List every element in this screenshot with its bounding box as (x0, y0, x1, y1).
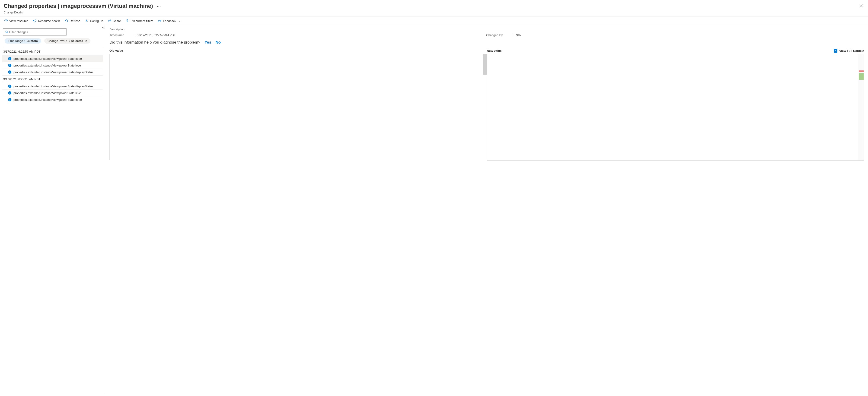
toolbar-label: Configure (90, 19, 103, 23)
toolbar-label: Resource health (38, 19, 60, 23)
toolbar-label: Share (113, 19, 121, 23)
full-context-label: View Full Context (839, 49, 864, 53)
title-more-icon[interactable]: ··· (157, 4, 161, 9)
change-path: properties.extended.instanceView.powerSt… (13, 64, 82, 67)
change-row[interactable]: properties.extended.instanceView.powerSt… (2, 83, 103, 90)
left-panel: << Time range : Custom Change level : 2 … (0, 25, 104, 395)
svg-point-1 (86, 21, 87, 21)
svg-point-21 (9, 99, 10, 99)
search-icon (5, 30, 8, 34)
toolbar-label: Feedback (163, 19, 176, 23)
change-row[interactable]: properties.extended.instanceView.powerSt… (2, 62, 103, 69)
change-path: properties.extended.instanceView.powerSt… (13, 70, 93, 74)
svg-point-18 (9, 92, 10, 93)
diagnose-question: Did this information help you diagnose t… (110, 40, 200, 45)
full-context-checkbox[interactable]: ✓ (834, 49, 837, 53)
timestamp-group-header: 3/17/2021, 6:22:25 AM PDT (2, 75, 103, 83)
svg-rect-5 (9, 58, 10, 60)
share-icon (108, 19, 112, 23)
new-value-heading: New value (487, 49, 502, 53)
svg-point-9 (9, 64, 10, 65)
clear-pill-icon[interactable]: ✕ (85, 39, 87, 42)
time-range-pill[interactable]: Time range : Custom (5, 38, 41, 43)
collapse-panel-button[interactable]: << (102, 26, 103, 29)
old-value-heading: Old value (110, 49, 487, 53)
svg-rect-17 (9, 93, 10, 94)
view-resource-button[interactable]: View resource (2, 18, 30, 24)
diagnose-no-button[interactable]: No (216, 40, 221, 45)
svg-rect-20 (9, 99, 10, 101)
change-path: properties.extended.instanceView.powerSt… (13, 91, 82, 95)
filter-input[interactable] (8, 30, 65, 34)
toolbar-label: Refresh (70, 19, 81, 23)
description-label: Description (110, 28, 133, 31)
change-path: properties.extended.instanceView.powerSt… (13, 57, 82, 61)
timestamp-group-header: 3/17/2021, 6:22:57 AM PDT (2, 48, 103, 55)
svg-point-12 (9, 71, 10, 72)
eye-icon (4, 19, 8, 23)
gear-icon (85, 19, 89, 23)
changed-by-label: Changed By (486, 33, 512, 37)
share-button[interactable]: Share (106, 18, 123, 24)
timestamp-label: Timestamp (110, 33, 133, 37)
diagnose-yes-button[interactable]: Yes (205, 40, 211, 45)
timestamp-value: 03/17/2021, 6:22:57 AM PDT (137, 33, 485, 37)
pin-filters-button[interactable]: Pin current filters (124, 18, 155, 24)
toolbar: View resource Resource health Refresh Co… (0, 16, 868, 25)
change-row[interactable]: properties.extended.instanceView.powerSt… (2, 69, 103, 75)
page-subtitle: Change Details (0, 11, 868, 16)
svg-point-3 (6, 31, 7, 33)
page-title: Changed properties | imageprocessvm (Vir… (4, 3, 153, 9)
minimap[interactable] (858, 54, 864, 160)
heartbeat-icon (33, 19, 37, 23)
svg-point-6 (9, 58, 10, 58)
svg-point-15 (9, 85, 10, 86)
feedback-icon (158, 19, 162, 23)
change-path: properties.extended.instanceView.powerSt… (13, 85, 93, 88)
svg-rect-14 (9, 86, 10, 87)
refresh-button[interactable]: Refresh (63, 18, 82, 24)
toolbar-label: View resource (9, 19, 28, 23)
filter-search[interactable] (3, 29, 67, 35)
scrollbar[interactable] (484, 54, 487, 75)
chevron-down-icon: ⌄ (179, 20, 181, 23)
change-path: properties.extended.instanceView.powerSt… (13, 98, 82, 101)
feedback-button[interactable]: Feedback ⌄ (156, 18, 182, 24)
configure-button[interactable]: Configure (83, 18, 105, 24)
toolbar-label: Pin current filters (130, 19, 153, 23)
change-row[interactable]: properties.extended.instanceView.powerSt… (2, 90, 103, 96)
close-button[interactable] (858, 2, 864, 10)
svg-rect-8 (9, 65, 10, 66)
new-value-pane (487, 54, 864, 161)
pill-value: 2 selected (69, 39, 83, 43)
refresh-icon (65, 19, 68, 23)
change-row[interactable]: properties.extended.instanceView.powerSt… (2, 96, 103, 103)
change-level-pill[interactable]: Change level : 2 selected ✕ (44, 38, 90, 43)
svg-point-2 (159, 20, 159, 21)
pin-icon (125, 19, 129, 23)
resource-health-button[interactable]: Resource health (31, 18, 62, 24)
pill-label: Change level : (48, 39, 67, 43)
svg-point-0 (6, 21, 6, 21)
pill-label: Time range : (8, 39, 25, 43)
changed-by-value: N/A (516, 33, 864, 37)
change-row[interactable]: properties.extended.instanceView.powerSt… (2, 55, 103, 62)
old-value-pane (110, 54, 487, 160)
pill-value: Custom (27, 39, 38, 43)
svg-rect-11 (9, 72, 10, 73)
right-panel: Description : Timestamp : 03/17/2021, 6:… (104, 25, 868, 395)
